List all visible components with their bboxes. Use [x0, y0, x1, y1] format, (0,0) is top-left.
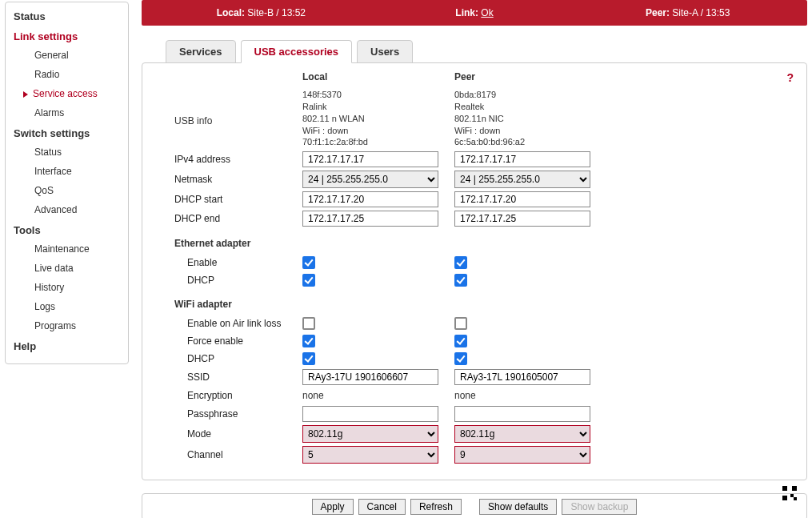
input-dhcp-start-local[interactable] [302, 191, 438, 207]
topbar-peer-value: Site-A / 13:53 [672, 7, 730, 18]
select-netmask-peer[interactable]: 24 | 255.255.255.0 [454, 171, 590, 188]
input-dhcp-end-local[interactable] [302, 211, 438, 227]
input-dhcp-end-peer[interactable] [454, 211, 590, 227]
nav-programs[interactable]: Programs [6, 316, 128, 335]
checkbox-wifi-airloss-peer[interactable] [454, 317, 467, 330]
nav-service-access[interactable]: Service access [6, 84, 128, 103]
usb-info-peer: 0bda:8179 Realtek 802.11n NIC WiFi : dow… [454, 89, 590, 148]
label-dhcp-end: DHCP end [174, 211, 302, 226]
nav-tools[interactable]: Tools [6, 219, 128, 239]
usb-info-local-1: Ralink [302, 101, 438, 113]
usb-info-peer-3: WiFi : down [454, 125, 590, 137]
usb-info-local-4: 70:f1:1c:2a:8f:bd [302, 136, 438, 148]
usb-info-local-3: WiFi : down [302, 125, 438, 137]
help-icon[interactable]: ? [786, 71, 794, 84]
checkbox-eth-enable-local[interactable] [302, 256, 315, 269]
select-netmask-local[interactable]: 24 | 255.255.255.0 [302, 171, 438, 188]
section-wifi-adapter: WiFi adapter [174, 291, 590, 313]
content-panel: ? Local Peer USB info 148f:5370 Ralink 8… [142, 62, 807, 480]
select-mode-local[interactable]: 802.11g [302, 425, 438, 443]
label-channel: Channel [174, 448, 302, 462]
nav-logs[interactable]: Logs [6, 297, 128, 316]
usb-info-local: 148f:5370 Ralink 802.11 n WLAN WiFi : do… [302, 89, 438, 148]
nav-help[interactable]: Help [6, 335, 128, 355]
label-encryption: Encryption [174, 388, 302, 403]
col-header-local: Local [302, 71, 438, 86]
label-ipv4: IPv4 address [174, 152, 302, 167]
input-ssid-local[interactable] [302, 369, 438, 385]
topbar-local-label: Local: [217, 7, 245, 18]
checkbox-eth-dhcp-peer[interactable] [454, 274, 467, 287]
label-wifi-force: Force enable [174, 334, 302, 348]
nav-maintenance[interactable]: Maintenance [6, 239, 128, 259]
checkbox-eth-enable-peer[interactable] [454, 256, 467, 269]
label-passphrase: Passphrase [174, 407, 302, 421]
checkbox-wifi-airloss-local[interactable] [302, 317, 315, 330]
input-ssid-peer[interactable] [454, 369, 590, 385]
label-eth-enable: Enable [174, 255, 302, 270]
select-mode-peer[interactable]: 802.11g [454, 425, 590, 443]
nav-general[interactable]: General [6, 46, 128, 65]
nav-status[interactable]: Status [6, 6, 128, 26]
nav-alarms[interactable]: Alarms [6, 103, 128, 122]
nav-interface[interactable]: Interface [6, 162, 128, 181]
value-encryption-peer: none [454, 390, 590, 401]
nav-live-data[interactable]: Live data [6, 259, 128, 278]
checkbox-wifi-force-local[interactable] [302, 335, 315, 347]
nav-switch-status[interactable]: Status [6, 143, 128, 162]
topbar-link-label: Link: [455, 7, 478, 18]
qr-icon[interactable] [782, 486, 797, 500]
sidebar: Status Link settings General Radio Servi… [5, 2, 129, 364]
nav-radio[interactable]: Radio [6, 65, 128, 84]
usb-info-local-0: 148f:5370 [302, 89, 438, 101]
value-encryption-local: none [302, 390, 438, 401]
usb-info-peer-1: Realtek [454, 101, 590, 113]
usb-info-peer-2: 802.11n NIC [454, 113, 590, 125]
show-backup-button: Show backup [562, 499, 637, 515]
select-channel-peer[interactable]: 9 [454, 446, 590, 464]
checkbox-wifi-dhcp-local[interactable] [302, 352, 315, 365]
show-defaults-button[interactable]: Show defaults [479, 499, 557, 515]
label-wifi-dhcp: DHCP [174, 351, 302, 366]
topbar-link-value[interactable]: Ok [481, 7, 493, 18]
checkbox-wifi-force-peer[interactable] [454, 335, 467, 347]
nav-qos[interactable]: QoS [6, 181, 128, 200]
tab-bar: Services USB accessories Users [142, 40, 807, 63]
usb-info-peer-0: 0bda:8179 [454, 89, 590, 101]
action-bar: Apply Cancel Refresh Show defaults Show … [142, 493, 807, 518]
label-eth-dhcp: DHCP [174, 273, 302, 287]
apply-button[interactable]: Apply [312, 499, 354, 515]
tab-usb-accessories[interactable]: USB accessories [241, 40, 353, 63]
label-mode: Mode [174, 427, 302, 441]
checkbox-wifi-dhcp-peer[interactable] [454, 352, 467, 365]
usb-info-local-2: 802.11 n WLAN [302, 113, 438, 125]
topbar-peer-label: Peer: [646, 7, 670, 18]
tab-services[interactable]: Services [166, 40, 236, 63]
label-ssid: SSID [174, 370, 302, 384]
topbar-local-value-text: Site-B / 13:52 [247, 7, 306, 18]
tab-users[interactable]: Users [357, 40, 413, 63]
input-passphrase-peer[interactable] [454, 406, 590, 422]
input-passphrase-local[interactable] [302, 406, 438, 422]
cancel-button[interactable]: Cancel [358, 499, 406, 515]
nav-switch-settings[interactable]: Switch settings [6, 122, 128, 143]
label-dhcp-start: DHCP start [174, 192, 302, 207]
refresh-button[interactable]: Refresh [410, 499, 462, 515]
nav-advanced[interactable]: Advanced [6, 200, 128, 219]
select-channel-local[interactable]: 5 [302, 446, 438, 464]
nav-history[interactable]: History [6, 278, 128, 297]
col-header-peer: Peer [454, 71, 590, 86]
section-ethernet-adapter: Ethernet adapter [174, 230, 590, 252]
label-netmask: Netmask [174, 172, 302, 187]
input-dhcp-start-peer[interactable] [454, 191, 590, 207]
input-ipv4-local[interactable] [302, 151, 438, 167]
input-ipv4-peer[interactable] [454, 151, 590, 167]
checkbox-eth-dhcp-local[interactable] [302, 274, 315, 287]
status-bar: Local: Site-B / 13:52 Link: Ok Peer: Sit… [142, 0, 807, 26]
label-wifi-airloss: Enable on Air link loss [174, 316, 302, 331]
usb-info-peer-4: 6c:5a:b0:bd:96:a2 [454, 136, 590, 148]
nav-link-settings[interactable]: Link settings [6, 26, 128, 46]
label-usb-info: USB info [174, 107, 302, 130]
